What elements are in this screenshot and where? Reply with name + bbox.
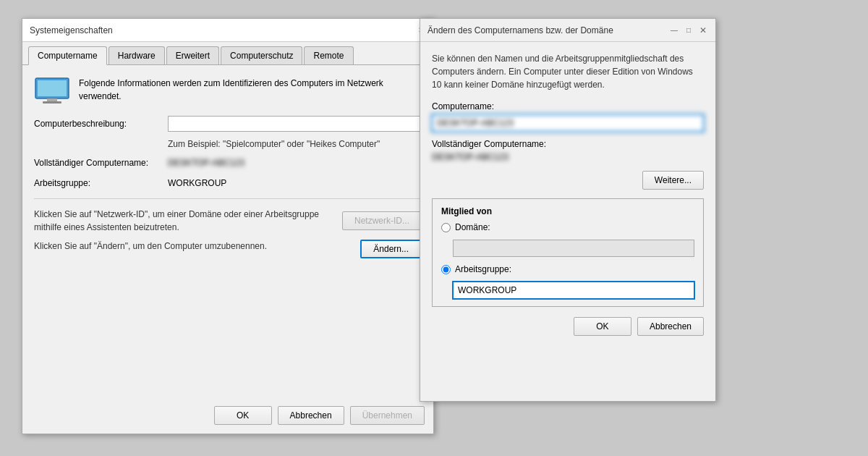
aendern-dialog-title: Ändern des Computernamens bzw. der Domän… [427, 25, 613, 35]
change-computername-label: Computername: [432, 101, 704, 111]
systemeigenschaften-titlebar: Systemeigenschaften ✕ [22, 19, 433, 42]
aendern-btn-col: Ändern... [342, 240, 422, 258]
computerbeschreibung-row: Computerbeschreibung: [34, 116, 422, 132]
change-desc: Sie können den Namen und die Arbeitsgrup… [432, 52, 704, 91]
change-vollstaendiger-value: DESKTOP-ABC123 [432, 152, 704, 162]
tab-bar: Computername Hardware Erweitert Computer… [22, 42, 433, 65]
netzwerk-id-button[interactable]: Netzwerk-ID... [342, 211, 422, 230]
tab-content-computername: Folgende Informationen werden zum Identi… [22, 65, 433, 276]
domaene-input[interactable] [453, 240, 694, 257]
netzwerk-id-btn-col: Netzwerk-ID... [342, 208, 422, 234]
arbeitsgruppe-radio-row: Arbeitsgruppe: [441, 264, 694, 274]
change-computername-section: Computername: [432, 101, 704, 139]
aendern-window-controls: — □ ✕ [669, 25, 708, 35]
tab-computerschutz[interactable]: Computerschutz [221, 46, 302, 64]
change-bottom-buttons: OK Abbrechen [432, 317, 704, 336]
tab-computername[interactable]: Computername [28, 46, 107, 65]
change-ok-button[interactable]: OK [574, 317, 631, 336]
weitere-btn-row: Weitere... [432, 171, 704, 190]
abbrechen-button[interactable]: Abbrechen [278, 406, 344, 425]
arbeitsgruppe-radio-label: Arbeitsgruppe: [455, 264, 511, 274]
aendern-button[interactable]: Ändern... [360, 240, 422, 258]
aendern-row: Klicken Sie auf "Ändern", um den Compute… [34, 240, 422, 258]
uebernehmen-button[interactable]: Übernehmen [350, 406, 425, 425]
arbeitsgruppe-label: Arbeitsgruppe: [34, 178, 168, 188]
aendern-titlebar: Ändern des Computernamens bzw. der Domän… [420, 19, 715, 42]
arbeitsgruppe-input[interactable] [453, 282, 694, 299]
netzwerk-id-row: Klicken Sie auf "Netzwerk-ID", um einer … [34, 208, 422, 234]
ok-button[interactable]: OK [214, 406, 272, 425]
computerbeschreibung-input[interactable] [168, 116, 422, 132]
netzwerk-id-desc: Klicken Sie auf "Netzwerk-ID", um einer … [34, 208, 342, 234]
domaene-radio-label: Domäne: [455, 222, 490, 232]
svg-rect-3 [43, 101, 61, 104]
change-computername-input[interactable] [432, 114, 704, 132]
aendern-minimize-button[interactable]: — [669, 25, 679, 35]
beispiel-text: Zum Beispiel: "Spielcomputer" oder "Heik… [168, 139, 422, 149]
aendern-close-button[interactable]: ✕ [698, 25, 708, 35]
systemeigenschaften-window: Systemeigenschaften ✕ Computername Hardw… [22, 18, 434, 434]
computer-info-section: Folgende Informationen werden zum Identi… [34, 77, 422, 106]
systemeigenschaften-title: Systemeigenschaften [30, 25, 113, 35]
info-text: Folgende Informationen werden zum Identi… [79, 77, 422, 103]
svg-rect-2 [47, 98, 57, 101]
change-content: Sie können den Namen und die Arbeitsgrup… [420, 42, 715, 346]
computer-icon [34, 77, 70, 106]
arbeitsgruppe-radio[interactable] [441, 265, 451, 274]
svg-rect-1 [38, 80, 67, 96]
domaene-radio-row: Domäne: [441, 222, 694, 232]
separator-1 [34, 198, 422, 199]
change-abbrechen-button[interactable]: Abbrechen [637, 317, 704, 336]
domaene-radio[interactable] [441, 223, 451, 232]
bottom-buttons: OK Abbrechen Übernehmen [214, 406, 425, 425]
mitglied-von-title: Mitglied von [441, 206, 694, 216]
aendern-desc: Klicken Sie auf "Ändern", um den Compute… [34, 240, 342, 258]
tab-remote[interactable]: Remote [304, 46, 353, 64]
tab-erweitert[interactable]: Erweitert [166, 46, 219, 64]
aendern-dialog-window: Ändern des Computernamens bzw. der Domän… [420, 18, 716, 402]
weitere-button[interactable]: Weitere... [642, 171, 704, 190]
aendern-maximize-button[interactable]: □ [684, 25, 694, 35]
vollstaendiger-computername-row: Vollständiger Computername: DESKTOP-ABC1… [34, 158, 422, 168]
mitglied-von-groupbox: Mitglied von Domäne: Arbeitsgruppe: [432, 198, 704, 307]
arbeitsgruppe-value: WORKGROUP [168, 178, 226, 188]
arbeitsgruppe-row: Arbeitsgruppe: WORKGROUP [34, 178, 422, 188]
change-vollstaendiger-label: Vollständiger Computername: [432, 139, 704, 149]
tab-hardware[interactable]: Hardware [109, 46, 165, 64]
change-vollstaendiger-section: Vollständiger Computername: DESKTOP-ABC1… [432, 139, 704, 162]
vollstaendiger-label: Vollständiger Computername: [34, 158, 168, 168]
computerbeschreibung-label: Computerbeschreibung: [34, 119, 168, 129]
vollstaendiger-value: DESKTOP-ABC123 [168, 158, 244, 168]
